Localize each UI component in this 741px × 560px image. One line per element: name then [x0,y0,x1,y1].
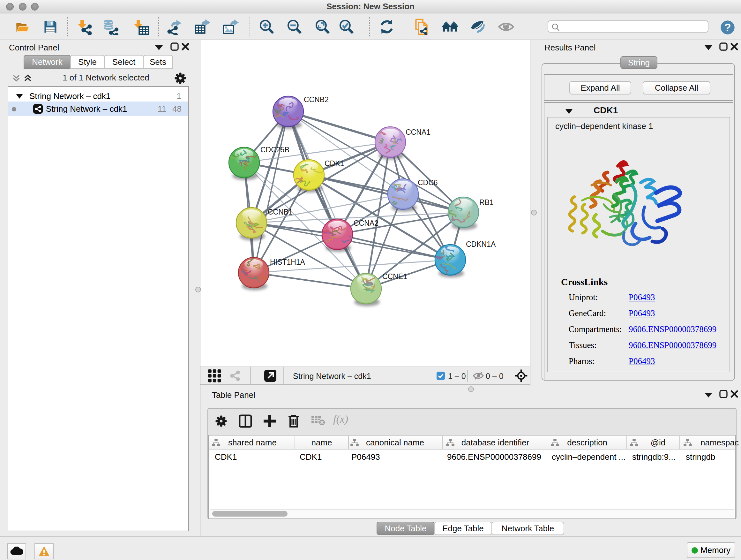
svg-text:HIST1H1A: HIST1H1A [270,258,306,266]
svg-text:CCNA2: CCNA2 [354,219,379,227]
svg-text:CCNE1: CCNE1 [382,272,407,281]
svg-text:CDC6: CDC6 [418,179,438,187]
svg-text:CCNB2: CCNB2 [304,96,329,104]
svg-text:?: ? [724,21,731,34]
svg-text:CCNA1: CCNA1 [406,128,430,136]
svg-text:RB1: RB1 [479,198,494,206]
svg-text:CDC25B: CDC25B [260,145,289,154]
svg-text:CDK1: CDK1 [325,159,344,168]
svg-text:CDKN1A: CDKN1A [466,240,496,248]
svg-text:CCNB1: CCNB1 [268,208,293,216]
